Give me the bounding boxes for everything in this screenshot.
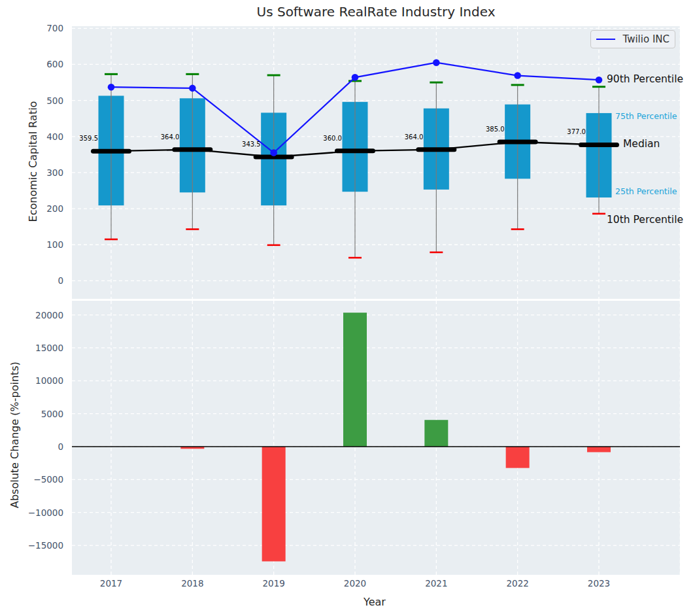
median-value-label: 360.0 xyxy=(323,135,342,142)
legend-label: Twilio INC xyxy=(622,33,670,45)
negative-change-bar xyxy=(506,447,530,468)
twilio-marker xyxy=(352,74,359,81)
median-value-label: 364.0 xyxy=(405,133,424,141)
annotation-median: Median xyxy=(623,138,660,150)
x-tick-label-year: 2018 xyxy=(181,578,203,589)
chart-title: Us Software RealRate Industry Index xyxy=(257,4,496,20)
top-chart-svg xyxy=(72,26,680,299)
bottom-y-tick-label: 10000 xyxy=(35,375,63,386)
top-y-tick-label: 600 xyxy=(46,59,63,69)
median-value-label: 385.0 xyxy=(486,126,505,133)
x-tick-label-year: 2020 xyxy=(344,578,366,589)
x-tick-label-year: 2022 xyxy=(506,578,528,589)
bottom-y-tick-label: 20000 xyxy=(35,310,63,320)
bottom-y-tick-label: 5000 xyxy=(41,409,63,419)
negative-change-bar xyxy=(262,447,286,561)
x-tick-label-year: 2017 xyxy=(100,578,122,589)
bottom-chart-panel xyxy=(72,301,680,575)
x-tick-label-year: 2019 xyxy=(262,578,284,589)
annotation-10th-percentile: 10th Percentile xyxy=(607,214,683,226)
top-y-tick-label: 300 xyxy=(46,167,63,178)
bottom-y-tick-label: −15000 xyxy=(28,540,63,551)
twilio-marker xyxy=(189,85,196,92)
top-y-axis-label: Economic Capital Ratio xyxy=(27,101,39,222)
bottom-y-tick-label: 15000 xyxy=(35,343,63,353)
x-tick-label-year: 2023 xyxy=(588,578,610,589)
top-y-tick-label: 500 xyxy=(46,95,63,106)
x-tick-label-year: 2021 xyxy=(425,578,447,589)
x-axis-label: Year xyxy=(364,596,386,608)
median-value-label: 364.0 xyxy=(161,133,180,141)
positive-change-bar xyxy=(343,313,367,447)
twilio-marker xyxy=(108,84,115,91)
figure: Us Software RealRate Industry Index Econ… xyxy=(0,0,695,616)
bottom-y-axis-label: Absolute Change (%-points) xyxy=(8,362,21,508)
median-value-label: 359.5 xyxy=(79,135,98,142)
top-y-tick-label: 200 xyxy=(46,203,63,214)
twilio-marker xyxy=(433,59,440,66)
twilio-marker xyxy=(514,72,521,79)
median-value-label: 343.5 xyxy=(242,141,261,148)
top-y-tick-label: 700 xyxy=(46,23,63,33)
twilio-marker xyxy=(270,149,277,156)
top-y-tick-label: 400 xyxy=(46,131,63,142)
annotation-90th-percentile: 90th Percentile xyxy=(607,73,683,85)
legend: Twilio INC xyxy=(590,30,675,48)
bottom-chart-svg xyxy=(72,301,680,575)
positive-change-bar xyxy=(424,420,448,447)
top-y-tick-label: 100 xyxy=(46,239,63,250)
legend-line-sample xyxy=(596,39,615,40)
bottom-y-tick-label: −5000 xyxy=(33,474,63,485)
annotation-75th-percentile: 75th Percentile xyxy=(615,111,677,121)
median-value-label: 377.0 xyxy=(567,128,586,135)
bottom-y-tick-label: −10000 xyxy=(28,507,63,518)
top-y-tick-label: 0 xyxy=(58,275,63,286)
twilio-marker xyxy=(596,77,603,84)
bottom-y-tick-label: 0 xyxy=(58,441,63,452)
top-chart-panel xyxy=(72,26,680,299)
negative-change-bar xyxy=(587,447,611,452)
annotation-25th-percentile: 25th Percentile xyxy=(615,186,677,196)
